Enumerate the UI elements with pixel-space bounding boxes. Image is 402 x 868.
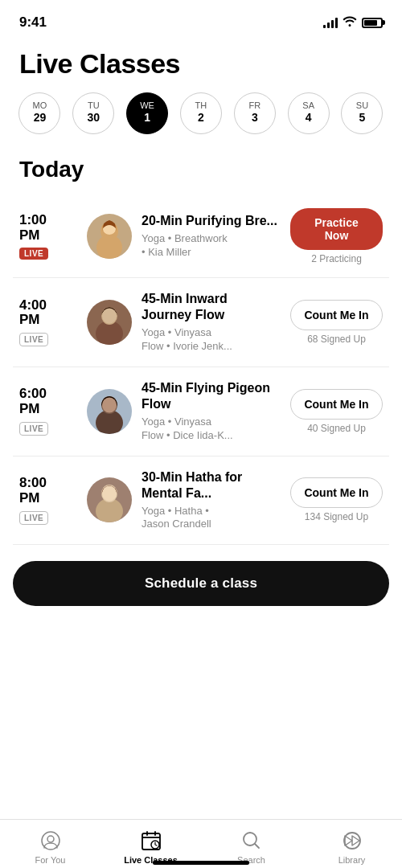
class-card-1: 1:00PM LIVE 20-Min Purifying Bre... Yoga… <box>13 195 389 278</box>
class-name-3: 45-Min Flying Pigeon Flow <box>142 380 281 412</box>
for-you-icon <box>39 829 62 852</box>
day-item-su[interactable]: SU 5 <box>341 92 383 134</box>
class-card-3: 6:00PM LIVE 45-Min Flying Pigeon Flow Yo… <box>13 367 389 457</box>
live-badge-3: LIVE <box>19 422 48 436</box>
class-time-col-4: 8:00PM LIVE <box>19 476 77 524</box>
class-meta-4: Yoga • Hatha •Jason Crandell <box>142 505 281 532</box>
instructor-avatar-2 <box>87 300 132 345</box>
status-icons <box>323 15 383 30</box>
live-badge-2: LIVE <box>19 333 48 346</box>
instructor-avatar-3 <box>87 389 132 434</box>
signed-count-3: 40 Signed Up <box>307 423 366 434</box>
section-title-today: Today <box>0 150 402 195</box>
day-item-mo[interactable]: MO 29 <box>18 92 60 134</box>
day-item-tu[interactable]: TU 30 <box>72 92 114 134</box>
class-time-1: 1:00PM <box>19 213 47 243</box>
live-classes-icon <box>140 829 162 852</box>
day-item-th[interactable]: TH 2 <box>180 92 222 134</box>
class-meta-2: Yoga • VinyasaFlow • Ivorie Jenk... <box>142 326 281 354</box>
class-action-col-1: Practice Now 2 Practicing <box>290 208 383 264</box>
class-name-1: 20-Min Purifying Bre... <box>142 213 281 229</box>
svg-marker-25 <box>345 836 352 845</box>
signed-count-4: 134 Signed Up <box>305 511 368 522</box>
class-info-3: 45-Min Flying Pigeon Flow Yoga • Vinyasa… <box>142 380 281 443</box>
class-name-4: 30-Min Hatha for Mental Fa... <box>142 469 281 502</box>
instructor-avatar-1 <box>87 214 132 259</box>
count-me-in-button-3[interactable]: Count Me In <box>290 389 383 420</box>
class-action-col-4: Count Me In 134 Signed Up <box>290 477 383 522</box>
class-time-3: 6:00PM <box>19 387 47 416</box>
day-selector: MO 29 TU 30 WE 1 TH 2 FR 3 SA 4 SU 5 <box>0 92 402 150</box>
schedule-section: Schedule a class <box>0 545 402 619</box>
library-icon <box>341 829 363 852</box>
svg-marker-24 <box>352 836 359 845</box>
day-item-fr[interactable]: FR 3 <box>234 92 276 134</box>
class-meta-3: Yoga • VinyasaFlow • Dice Iida-K... <box>142 416 281 443</box>
count-me-in-button-4[interactable]: Count Me In <box>290 477 383 508</box>
class-time-col-3: 6:00PM LIVE <box>19 387 77 435</box>
practice-now-button[interactable]: Practice Now <box>290 208 383 250</box>
day-item-we[interactable]: WE 1 <box>126 92 168 134</box>
class-info-2: 45-Min Inward Journey Flow Yoga • Vinyas… <box>142 291 281 354</box>
practicing-count-1: 2 Practicing <box>311 253 362 264</box>
signal-icon <box>323 17 338 28</box>
class-action-col-3: Count Me In 40 Signed Up <box>290 389 383 434</box>
class-info-4: 30-Min Hatha for Mental Fa... Yoga • Hat… <box>142 469 281 532</box>
live-badge-1: LIVE <box>19 248 48 260</box>
battery-icon <box>362 18 383 28</box>
svg-point-18 <box>47 836 54 842</box>
class-time-col-2: 4:00PM LIVE <box>19 298 77 346</box>
instructor-avatar-4 <box>87 477 132 522</box>
class-action-col-2: Count Me In 68 Signed Up <box>290 300 383 345</box>
class-time-4: 8:00PM <box>19 476 47 506</box>
svg-point-16 <box>102 486 117 502</box>
nav-for-you[interactable]: For You <box>10 829 91 865</box>
page-title: Live Classes <box>19 48 383 80</box>
signed-count-2: 68 Signed Up <box>307 334 366 345</box>
nav-library[interactable]: Library <box>312 829 392 865</box>
class-name-2: 45-Min Inward Journey Flow <box>142 291 281 323</box>
class-card-2: 4:00PM LIVE 45-Min Inward Journey Flow Y… <box>13 278 389 367</box>
live-badge-4: LIVE <box>19 511 48 525</box>
count-me-in-button-2[interactable]: Count Me In <box>290 300 383 330</box>
class-card-4: 8:00PM LIVE 30-Min Hatha for Mental Fa..… <box>13 457 389 546</box>
svg-point-8 <box>102 308 117 323</box>
nav-live-classes[interactable]: Live Classes <box>111 829 191 865</box>
nav-label-library: Library <box>338 855 366 865</box>
status-bar: 9:41 <box>0 0 402 40</box>
nav-label-for-you: For You <box>35 855 66 865</box>
svg-point-12 <box>102 397 117 412</box>
class-meta-1: Yoga • Breathwork• Kia Miller <box>142 232 281 260</box>
nav-search[interactable]: Search <box>211 829 292 865</box>
class-info-1: 20-Min Purifying Bre... Yoga • Breathwor… <box>142 213 281 260</box>
home-indicator <box>153 861 249 865</box>
class-time-col-1: 1:00PM LIVE <box>19 213 77 260</box>
class-time-2: 4:00PM <box>19 298 47 328</box>
search-icon <box>240 829 263 852</box>
schedule-class-button[interactable]: Schedule a class <box>13 561 389 606</box>
class-list: 1:00PM LIVE 20-Min Purifying Bre... Yoga… <box>0 195 402 545</box>
day-item-sa[interactable]: SA 4 <box>288 92 330 134</box>
wifi-icon <box>343 15 357 30</box>
status-time: 9:41 <box>19 14 47 31</box>
page-header: Live Classes <box>0 40 402 92</box>
